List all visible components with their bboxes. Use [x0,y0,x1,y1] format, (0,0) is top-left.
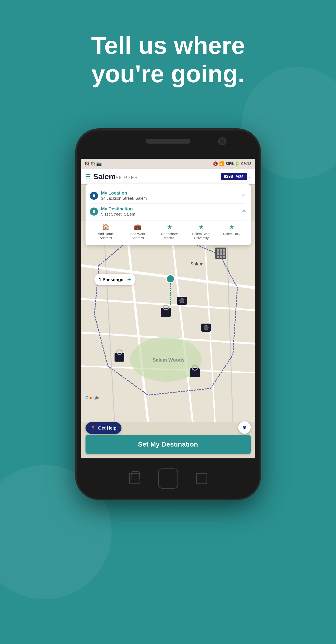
status-right: 🔇 📶 30% 🔋 09:12 [213,161,251,166]
card-number: 8298 [224,174,233,179]
svg-rect-18 [220,252,222,255]
edit-destination-icon[interactable]: ✏ [242,209,246,214]
location-origin-text: My Location 34 Jackson Street, Salem [101,190,239,201]
status-time: 09:12 [241,162,251,166]
passenger-pill[interactable]: 1 Passenger + [94,274,136,285]
my-destination-address: 5 1st Street, Salem [101,212,239,217]
status-bar: 🖼 🖼 📷 🔇 📶 30% 🔋 09:12 [81,159,255,168]
app-logo-sub: SKIPPER [116,175,138,180]
phone-camera [218,137,226,145]
phone-screen: 🖼 🖼 📷 🔇 📶 30% 🔋 09:12 ☰ SalemSKIP [81,159,255,458]
phone-top-bezel [77,130,260,159]
location-pin-icon: 📍 [90,425,96,431]
quick-home-label: Add Home Address [96,232,116,240]
quick-salem-univ[interactable]: ★ Salem Univ [223,224,240,240]
quick-work[interactable]: 💼 Add Work Address [128,224,148,240]
hamburger-icon[interactable]: ☰ [86,173,91,180]
edit-origin-icon[interactable]: ✏ [242,193,246,198]
home-icon: 🏠 [102,224,109,230]
set-destination-label: Set My Destination [138,440,198,448]
svg-rect-14 [217,249,219,252]
locate-icon: ⊕ [242,424,247,431]
quick-salem-state[interactable]: ★ Salem State University [191,224,211,240]
google-logo: Google [86,396,99,400]
phone-btn-home[interactable] [158,468,178,488]
phone-bottom-bezel [77,458,260,499]
get-help-button[interactable]: 📍 Get Help [86,422,122,434]
star-northshore-icon: ★ [167,224,172,230]
status-battery-icon: 🔋 [235,161,240,166]
visa-badge: VISA [235,174,245,179]
phone-btn-back[interactable] [196,473,207,484]
app-logo: SalemSKIPPER [93,172,138,181]
quick-northshore[interactable]: ★ Northshore Medical [160,224,179,240]
app-header-left: ☰ SalemSKIPPER [86,172,138,181]
headline: Tell us where you're going. [0,31,336,88]
app-header: ☰ SalemSKIPPER 8298 VISA › [81,168,255,184]
my-location-row: My Location 34 Jackson Street, Salem ✏ [90,188,246,204]
status-battery: 30% [225,162,233,166]
passenger-count: 1 Passenger [99,277,125,282]
phone-btn-recent[interactable] [129,473,140,484]
svg-rect-17 [217,252,219,255]
status-icons-left: 🖼 🖼 📷 [85,161,102,166]
location-card: My Location 34 Jackson Street, Salem ✏ M… [86,184,251,245]
phone-speaker [146,139,190,144]
chevron-right-icon: › [249,174,251,179]
quick-access-row: 🏠 Add Home Address 💼 Add Work Address ★ … [90,220,246,242]
headline-line1: Tell us where [18,31,318,60]
app-header-right[interactable]: 8298 VISA › [221,173,250,180]
phone-device: 🖼 🖼 📷 🔇 📶 30% 🔋 09:12 ☰ SalemSKIP [77,130,260,499]
my-destination-row: My Destination 5 1st Street, Salem ✏ [90,204,246,219]
phone-shell: 🖼 🖼 📷 🔇 📶 30% 🔋 09:12 ☰ SalemSKIP [77,130,260,499]
quick-home[interactable]: 🏠 Add Home Address [96,224,116,240]
my-destination-label: My Destination [101,206,239,212]
my-location-label: My Location [101,190,239,196]
svg-text:Salem Woods: Salem Woods [153,357,185,363]
quick-salemstate-label: Salem State University [191,232,211,240]
svg-rect-21 [220,256,222,258]
svg-rect-20 [217,256,219,258]
briefcase-icon: 💼 [134,224,141,230]
quick-salemuniv-label: Salem Univ [223,232,240,236]
status-mute-icon: 🔇 [213,161,218,166]
svg-rect-22 [223,256,225,258]
location-origin-icon [90,192,98,200]
svg-rect-16 [223,249,225,252]
quick-work-label: Add Work Address [128,232,148,240]
add-passenger-icon[interactable]: + [127,276,131,283]
quick-northshore-label: Northshore Medical [160,232,179,240]
status-icon-image: 🖼 [90,161,95,166]
location-destination-text: My Destination 5 1st Street, Salem [101,206,239,217]
svg-point-31 [204,325,208,330]
svg-text:Salem: Salem [190,262,204,266]
status-icon-photo: 🖼 [85,161,89,166]
get-help-label: Get Help [98,426,117,431]
star-salemstate-icon: ★ [199,224,204,230]
svg-point-25 [180,298,184,303]
svg-rect-15 [220,249,222,252]
locate-me-button[interactable]: ⊕ [238,421,251,434]
status-icon-camera: 📷 [96,161,102,166]
my-location-address: 34 Jackson Street, Salem [101,196,239,201]
headline-line2: you're going. [18,60,318,88]
star-salemuniv-icon: ★ [229,224,234,230]
card-badge[interactable]: 8298 VISA [221,173,247,180]
location-destination-icon [90,208,98,216]
svg-rect-19 [223,252,225,255]
set-destination-button[interactable]: Set My Destination [86,435,251,454]
status-signal: 📶 [219,161,224,166]
